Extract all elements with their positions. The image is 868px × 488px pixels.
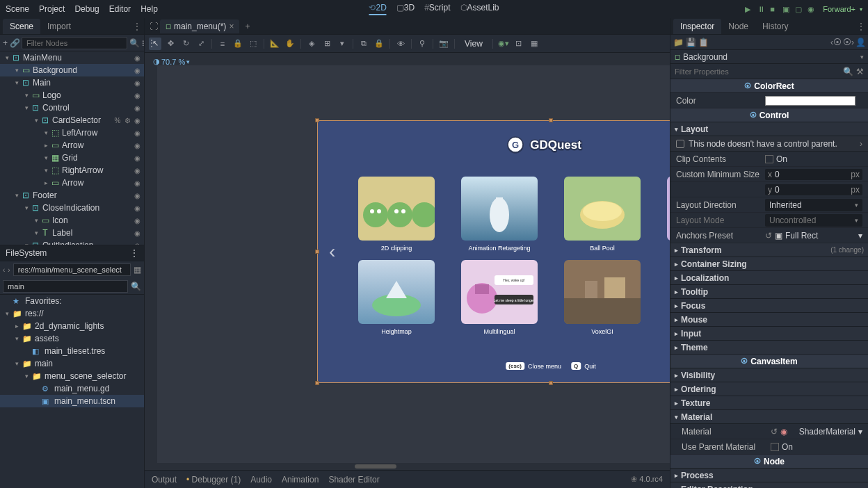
tree-node-arrow[interactable]: ▸▭Arrow◉ [0,139,144,152]
tree-node-logo[interactable]: ▾▭Logo◉ [0,89,144,101]
fs-assets[interactable]: ▾📁assets [0,332,144,345]
tree-node-background[interactable]: ▾▭Background◉ [0,64,144,76]
section-ordering[interactable]: ▸Ordering [670,382,868,396]
menu-editor[interactable]: Editor [109,4,131,14]
movie-icon[interactable]: ◉ [807,5,816,13]
play-scene-icon[interactable]: ▣ [782,5,791,13]
group-selected-icon[interactable]: 👁 [394,38,407,50]
prop-use-parent-material[interactable]: Use Parent Material On [670,439,868,455]
filter-tool-icon[interactable]: ⚒ [856,67,864,76]
left-arrow-button[interactable]: ‹ [329,241,335,263]
scene-tab[interactable]: ◻ main_menu(*) × [160,19,239,33]
anchor-preset-icon[interactable]: ◉▾ [497,38,510,50]
pivot-icon[interactable]: ◈ [305,38,318,50]
zoom-indicator[interactable]: ◑70.7 %▾ [153,57,190,66]
section-mouse[interactable]: ▸Mouse [670,313,868,327]
tab-history[interactable]: History [755,19,795,34]
distraction-free-icon[interactable]: ⛶ [147,22,160,31]
tree-node-leftarrow[interactable]: ▾⬚LeftArrow◉ [0,127,144,139]
ruler-icon[interactable]: 📐 [268,38,281,50]
card-heightmap[interactable]: Heightmap [349,260,444,335]
revert-icon[interactable]: ↺ [765,231,772,241]
tree-node-icon[interactable]: ▾▭Icon◉ [0,214,144,227]
section-input[interactable]: ▸Input [670,327,868,341]
prop-anchors-preset[interactable]: Anchors Preset ↺▣Full Rect▾ [670,228,868,243]
tab-node[interactable]: Node [721,19,755,34]
prop-layout-mode[interactable]: Layout Mode Uncontrolled▾ [670,213,868,228]
tree-node-quitindication[interactable]: ▾⊡QuitIndication◉ [0,239,144,245]
class-canvasitem[interactable]: ⦿CanvasItem [670,355,868,368]
section-material[interactable]: ▾Material [670,410,868,424]
fs-menu_scene_selector[interactable]: ▾📁menu_scene_selector [0,370,144,382]
favorites-row[interactable]: ★Favorites: [0,295,144,307]
list-select-icon[interactable]: ≡ [216,38,229,50]
play-custom-icon[interactable]: ▢ [795,5,803,13]
pan-icon[interactable]: ✋ [284,38,296,50]
path-fwd-icon[interactable]: › [8,266,10,274]
fs-2d_dynamic_lights[interactable]: ▸📁2d_dynamic_lights [0,320,144,332]
workspace-2d[interactable]: ⟲2D [369,3,386,15]
prop-material[interactable]: Material ↺◉ShaderMaterial▾ [670,424,868,439]
prop-min-size-y[interactable]: y0px [670,182,868,197]
dock-menu-icon[interactable]: ⋮ [857,22,865,31]
add-scene-icon[interactable]: + [239,22,255,31]
section-localization[interactable]: ▸Localization [670,271,868,285]
history-back-icon[interactable]: ‹⦿ [830,38,840,47]
scale-tool-icon[interactable]: ⤢ [195,38,207,50]
section-theme[interactable]: ▸Theme [670,341,868,355]
class-node[interactable]: ⦿Node [670,455,868,469]
viewport[interactable]: ◑70.7 %▾ GGDQuest ‹ › 2D clippingAnimati… [145,53,670,470]
version-label[interactable]: ❀ 4.0.rc4 [631,475,663,484]
bottom-animation[interactable]: Animation [282,475,319,485]
history-fwd-icon[interactable]: ⦿› [843,38,853,47]
link-icon[interactable]: 🔗 [10,38,19,48]
scrollbar-horizontal[interactable] [145,463,670,470]
section-texture[interactable]: ▸Texture [670,396,868,410]
fs-res://[interactable]: ▾📁res:// [0,307,144,320]
prop-clip-contents[interactable]: Clip Contents On [670,152,868,167]
scene-tree[interactable]: ▾⊡MainMenu◉▾▭Background◉▾⊡Main◉▾▭Logo◉▾⊡… [0,51,144,245]
rotate-tool-icon[interactable]: ↻ [179,38,192,50]
bottom-debugger[interactable]: • Debugger (1) [186,475,241,485]
paste-icon[interactable]: 📋 [698,38,708,47]
inspector-node-row[interactable]: ◻ Background ▾ [670,50,868,64]
tab-scene[interactable]: Scene [3,19,40,34]
filter-properties-input[interactable] [675,67,843,76]
snap-grid-icon[interactable]: ⊞ [321,38,333,50]
toggle-split-icon[interactable]: ▦ [134,265,141,275]
fs-main_menu.gd[interactable]: ⚙main_menu.gd [0,382,144,395]
prop-min-size-x[interactable]: Custom Minimum Size x0px [670,167,868,182]
card-voxelgi[interactable]: VoxelGI [555,260,650,335]
section-editor-description[interactable]: ▸Editor Description [670,482,868,488]
section-visibility[interactable]: ▸Visibility [670,368,868,382]
revert-icon[interactable]: ↺ [771,427,778,437]
open-icon[interactable]: 📁 [673,38,683,47]
prop-color[interactable]: Color [670,93,868,108]
menu-help[interactable]: Help [140,4,158,14]
class-control[interactable]: ⦿Control [670,108,868,122]
path-back-icon[interactable]: ‹ [3,266,5,274]
containers-icon[interactable]: ▦ [528,38,540,50]
card-multilingual[interactable]: Hey, wake up!Let me sleep a little longe… [452,260,547,335]
section-focus[interactable]: ▸Focus [670,299,868,313]
add-node-icon[interactable]: + [3,38,8,48]
tree-node-main[interactable]: ▾⊡Main◉ [0,76,144,89]
filesystem-tree[interactable]: ★Favorites: ▾📁res://▸📁2d_dynamic_lights▾… [0,295,144,488]
bottom-audio[interactable]: Audio [250,475,272,485]
color-picker[interactable] [765,96,855,106]
workspace-assetlib[interactable]: ⬡AssetLib [460,3,499,15]
group-icon[interactable]: ⬚ [247,38,259,50]
bottom-shader[interactable]: Shader Editor [328,475,379,485]
skeleton-icon[interactable]: ⚲ [416,38,428,50]
card-animation-retargeting[interactable]: Animation Retargeting [452,177,547,252]
prop-layout-direction[interactable]: Layout Direction Inherited▾ [670,197,868,213]
filesystem-menu-icon[interactable]: ⋮ [130,248,138,258]
stop-icon[interactable]: ■ [770,5,778,13]
fs-main_menu.tscn[interactable]: ▣main_menu.tscn [0,395,144,407]
class-colorrect[interactable]: ⦿ColorRect [670,79,868,93]
section-process[interactable]: ▸Process [670,469,868,482]
snap-options-icon[interactable]: ▾ [336,38,348,50]
workspace-script[interactable]: #Script [424,3,450,15]
filter-nodes-input[interactable] [22,37,127,49]
card-2d-clipping[interactable]: 2D clipping [349,177,444,252]
